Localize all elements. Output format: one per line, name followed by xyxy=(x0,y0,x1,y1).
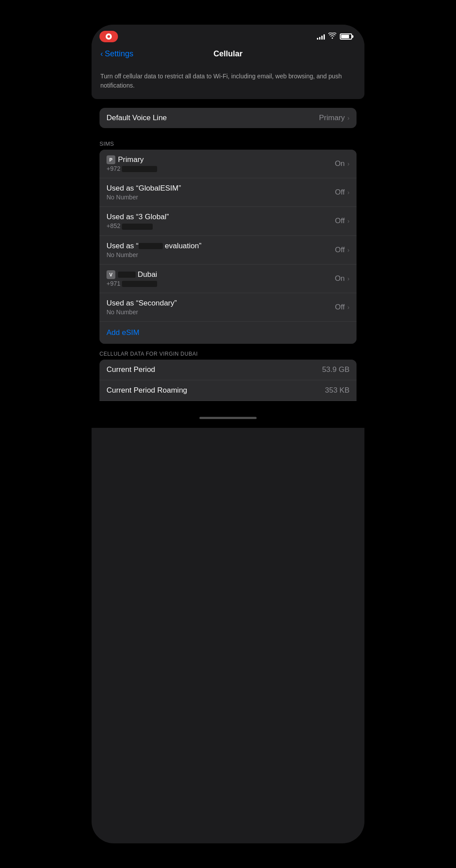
signal-icon xyxy=(317,33,325,40)
sim-primary-status: On xyxy=(335,159,345,168)
sim-item-dubai[interactable]: V Dubai +971 On › xyxy=(99,265,357,293)
current-period-label: Current Period xyxy=(107,365,155,374)
sim-globalESIM-left: Used as “GlobalESIM” No Number xyxy=(107,184,181,201)
chevron-right-icon: › xyxy=(347,217,349,224)
back-label: Settings xyxy=(105,49,133,59)
recording-dot-icon xyxy=(106,33,112,40)
nav-bar: ‹ Settings Cellular xyxy=(92,45,364,66)
sim-3global-right: Off › xyxy=(335,217,349,225)
chevron-right-icon: › xyxy=(347,189,349,196)
sim-item-3global[interactable]: Used as “3 Global” +852 Off › xyxy=(99,207,357,235)
sim-globalESIM-title: Used as “GlobalESIM” xyxy=(107,184,181,193)
default-voice-line-group: Default Voice Line Primary › xyxy=(99,108,357,128)
sim-dubai-left: V Dubai +971 xyxy=(107,270,157,287)
current-period-value: 53.9 GB xyxy=(322,365,349,374)
sim-secondary-subtitle: No Number xyxy=(107,309,177,316)
current-period-item[interactable]: Current Period 53.9 GB xyxy=(99,360,357,380)
status-icons xyxy=(317,33,352,40)
sim-globalESIM-subtitle: No Number xyxy=(107,194,181,201)
default-voice-line-label: Default Voice Line xyxy=(107,114,167,122)
chevron-right-icon: › xyxy=(347,114,349,121)
status-bar xyxy=(92,25,364,45)
content: Turn off cellular data to restrict all d… xyxy=(92,66,364,428)
add-esim-button[interactable]: Add eSIM xyxy=(99,322,357,344)
chevron-right-icon: › xyxy=(347,246,349,254)
phone-frame: ‹ Settings Cellular Turn off cellular da… xyxy=(92,25,364,843)
back-button[interactable]: ‹ Settings xyxy=(100,49,133,59)
recording-pill xyxy=(99,31,118,42)
sim-dubai-title: Dubai xyxy=(118,270,157,279)
sim-primary-left: P Primary +972 xyxy=(107,155,157,172)
sim-3global-subtitle: +852 xyxy=(107,222,169,229)
sim-evaluation-right: Off › xyxy=(335,246,349,254)
wifi-icon xyxy=(328,33,336,40)
default-voice-line-item[interactable]: Default Voice Line Primary › xyxy=(99,108,357,128)
sim-secondary-left: Used as “Secondary” No Number xyxy=(107,299,177,316)
sim-primary-subtitle: +972 xyxy=(107,165,157,172)
sim-secondary-status: Off xyxy=(335,303,345,312)
sim-primary-title-row: P Primary xyxy=(107,155,157,164)
sim-primary-title: Primary xyxy=(118,155,144,164)
cellular-data-section-label: CELLULAR DATA FOR VIRGIN DUBAI xyxy=(92,344,364,360)
page-title: Cellular xyxy=(213,49,243,59)
sim-badge-p: P xyxy=(107,155,115,164)
sim-badge-v: V xyxy=(107,270,115,279)
default-voice-line-value: Primary xyxy=(319,114,345,122)
cellular-data-list: Current Period 53.9 GB Current Period Ro… xyxy=(99,360,357,401)
sim-item-primary[interactable]: P Primary +972 On › xyxy=(99,150,357,178)
sim-evaluation-status: Off xyxy=(335,246,345,254)
current-period-roaming-label: Current Period Roaming xyxy=(107,386,187,395)
sim-item-globalESIM[interactable]: Used as “GlobalESIM” No Number Off › xyxy=(99,178,357,207)
cellular-description: Turn off cellular data to restrict all d… xyxy=(92,66,364,99)
sim-3global-status: Off xyxy=(335,217,345,225)
home-bar xyxy=(199,417,257,419)
sim-item-evaluation[interactable]: Used as “ evaluation” No Number Off › xyxy=(99,236,357,265)
sim-evaluation-subtitle: No Number xyxy=(107,251,202,258)
home-indicator-area xyxy=(92,410,364,428)
default-voice-line-right: Primary › xyxy=(319,114,349,122)
current-period-roaming-value: 353 KB xyxy=(325,386,349,395)
chevron-right-icon: › xyxy=(347,160,349,167)
sims-list: P Primary +972 On › Used as “GlobalESIM”… xyxy=(99,150,357,344)
sim-dubai-title-row: V Dubai xyxy=(107,270,157,279)
battery-fill xyxy=(341,35,349,38)
chevron-right-icon: › xyxy=(347,304,349,311)
chevron-left-icon: ‹ xyxy=(100,49,103,59)
chevron-right-icon: › xyxy=(347,275,349,282)
sim-globalESIM-status: Off xyxy=(335,188,345,197)
sim-dubai-right: On › xyxy=(335,274,349,283)
sim-evaluation-title: Used as “ evaluation” xyxy=(107,242,202,250)
sim-3global-left: Used as “3 Global” +852 xyxy=(107,213,169,229)
sim-3global-title: Used as “3 Global” xyxy=(107,213,169,221)
sim-globalESIM-right: Off › xyxy=(335,188,349,197)
sim-evaluation-left: Used as “ evaluation” No Number xyxy=(107,242,202,258)
sims-section-label: SIMs xyxy=(92,137,364,150)
sim-secondary-right: Off › xyxy=(335,303,349,312)
sim-primary-right: On › xyxy=(335,159,349,168)
sim-dubai-status: On xyxy=(335,274,345,283)
sim-dubai-subtitle: +971 xyxy=(107,280,157,287)
sim-item-secondary[interactable]: Used as “Secondary” No Number Off › xyxy=(99,293,357,322)
current-period-roaming-item[interactable]: Current Period Roaming 353 KB xyxy=(99,380,357,401)
sim-secondary-title: Used as “Secondary” xyxy=(107,299,177,308)
battery-icon xyxy=(340,33,352,40)
